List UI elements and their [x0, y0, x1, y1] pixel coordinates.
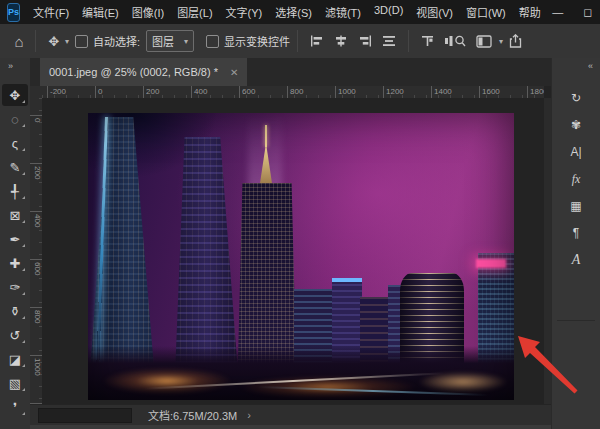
menu-item[interactable]: 图像(I): [130, 3, 166, 21]
tab-close-icon[interactable]: ✕: [230, 67, 238, 78]
chevron-down-icon[interactable]: ▾: [499, 37, 503, 46]
divider: [557, 320, 595, 321]
auto-select-label: 自动选择:: [93, 33, 140, 49]
menu-item[interactable]: 视图(V): [414, 3, 455, 21]
align-right-icon[interactable]: [358, 35, 372, 47]
ruler-label: 1400: [431, 86, 452, 98]
ruler-label: 600: [239, 86, 255, 98]
color-panel-icon[interactable]: ✾: [563, 115, 589, 135]
auto-select-value: 图层: [152, 33, 174, 49]
document-canvas-image[interactable]: [88, 113, 514, 400]
ruler-label: 1000: [30, 355, 42, 376]
move-tool-preset-icon[interactable]: ✥: [45, 30, 63, 52]
ruler-label: 800: [30, 307, 42, 323]
align-left-icon[interactable]: [310, 35, 324, 47]
document-tab-title: 0001.jpeg @ 25% (0002, RGB/8) *: [49, 66, 218, 78]
menu-item[interactable]: 文字(Y): [224, 3, 265, 21]
status-bar: 文档:6.75M/20.3M ›: [30, 404, 552, 425]
auto-select-checkbox[interactable]: [75, 35, 88, 48]
align-center-icon[interactable]: [334, 35, 348, 47]
glyphs-panel-icon[interactable]: A: [563, 250, 589, 270]
zoom-percent-field[interactable]: [38, 408, 132, 423]
expand-panels-icon[interactable]: «: [588, 61, 593, 71]
move-tool[interactable]: ✥: [2, 84, 28, 106]
ruler-label: 0: [30, 115, 42, 122]
auto-select-dropdown[interactable]: 图层 ▾: [146, 30, 194, 52]
frame-tool[interactable]: ⊠: [2, 204, 28, 226]
eraser-tool[interactable]: ◪: [2, 348, 28, 370]
menu-item[interactable]: 编辑(E): [80, 3, 121, 21]
history-panel-icon[interactable]: ↻: [563, 88, 589, 108]
document-size-info[interactable]: 文档:6.75M/20.3M: [148, 407, 237, 423]
align-edges-icon[interactable]: [421, 35, 434, 47]
maximize-button[interactable]: ◻: [573, 6, 600, 19]
photoshop-window: Ps 文件(F)编辑(E)图像(I)图层(L)文字(Y)选择(S)滤镜(T)3D…: [0, 0, 600, 429]
eyedropper-tool[interactable]: ✒: [2, 228, 28, 250]
pink-neon-sign: [476, 259, 506, 268]
street-glow: [102, 368, 232, 394]
clone-stamp-tool[interactable]: ⚱: [2, 300, 28, 322]
zoom-search-icon[interactable]: [444, 34, 466, 48]
photoshop-logo: Ps: [7, 3, 20, 22]
street-glow: [418, 372, 508, 392]
ruler-label: 400: [191, 86, 207, 98]
ruler-label: 600: [30, 259, 42, 275]
canvas-pasteboard: [42, 98, 544, 405]
workspace-switcher-icon[interactable]: [476, 35, 492, 48]
healing-brush-tool[interactable]: ✚: [2, 252, 28, 274]
ruler-label: -200: [47, 86, 66, 98]
show-transform-checkbox[interactable]: [206, 35, 219, 48]
elliptical-marquee-tool[interactable]: ◌: [2, 108, 28, 130]
character-panel-icon[interactable]: A|: [563, 142, 589, 162]
ruler-label: 1600: [479, 86, 500, 98]
object-selection-tool[interactable]: ✎: [2, 156, 28, 178]
menu-item[interactable]: 文件(F): [31, 3, 71, 21]
minimize-button[interactable]: —: [543, 6, 573, 18]
share-icon[interactable]: [508, 34, 523, 49]
ruler-label: 1200: [383, 86, 404, 98]
menu-item[interactable]: 滤镜(T): [323, 3, 363, 21]
styles-panel-icon[interactable]: fx: [563, 169, 589, 189]
distribute-icon[interactable]: [382, 35, 396, 47]
collapse-tools-icon[interactable]: »: [8, 61, 13, 71]
menu-item[interactable]: 窗口(W): [464, 3, 508, 21]
ruler-label: 1000: [335, 86, 356, 98]
titlebar: Ps 文件(F)编辑(E)图像(I)图层(L)文字(Y)选择(S)滤镜(T)3D…: [0, 0, 600, 24]
ruler-label: 800: [287, 86, 303, 98]
crop-tool[interactable]: ╃: [2, 180, 28, 202]
separator: [297, 30, 298, 52]
history-brush-tool[interactable]: ↺: [2, 324, 28, 346]
gradient-tool[interactable]: ▧: [2, 372, 28, 394]
separator: [408, 30, 409, 52]
dodge-tool[interactable]: ◐: [2, 420, 28, 429]
separator: [35, 30, 36, 52]
lasso-tool[interactable]: ς: [2, 132, 28, 154]
paragraph-panel-icon[interactable]: ¶: [563, 223, 589, 243]
ruler-label: 200: [30, 163, 42, 179]
options-bar: ⌂ ✥ ▾ 自动选择: 图层 ▾ 显示变换控件 ▾: [0, 24, 600, 59]
show-transform-label: 显示变换控件: [224, 33, 290, 49]
annotation-arrow: [508, 328, 588, 408]
document-area: 0001.jpeg @ 25% (0002, RGB/8) * ✕ -20002…: [30, 58, 552, 429]
swatches-panel-icon[interactable]: ▦: [563, 196, 589, 216]
panel-icon-list: ↻✾A|fx▦¶A: [552, 88, 600, 270]
ruler-label: 0: [95, 86, 102, 98]
tool-list: ✥◌ς✎╃⊠✒✚✑⚱↺◪▧❜◐: [0, 84, 30, 429]
home-icon[interactable]: ⌂: [10, 30, 28, 52]
ruler-label: 400: [30, 211, 42, 227]
menu-item[interactable]: 选择(S): [273, 3, 314, 21]
horizontal-scrollbar[interactable]: [30, 425, 552, 429]
ruler-label: 1800: [527, 86, 544, 98]
document-tab-bar: 0001.jpeg @ 25% (0002, RGB/8) * ✕: [30, 58, 552, 86]
menu-item[interactable]: 帮助: [517, 3, 543, 21]
chevron-down-icon: ▾: [184, 37, 188, 46]
document-tab[interactable]: 0001.jpeg @ 25% (0002, RGB/8) * ✕: [40, 58, 247, 86]
ruler-label: 200: [143, 86, 159, 98]
blur-tool[interactable]: ❜: [2, 396, 28, 418]
brush-tool[interactable]: ✑: [2, 276, 28, 298]
menu-item[interactable]: 图层(L): [175, 3, 214, 21]
window-controls: — ◻ ✕: [543, 6, 600, 19]
menu-item[interactable]: 3D(D): [372, 3, 405, 21]
status-chevron-icon[interactable]: ›: [247, 409, 251, 421]
chevron-down-icon[interactable]: ▾: [65, 37, 69, 46]
